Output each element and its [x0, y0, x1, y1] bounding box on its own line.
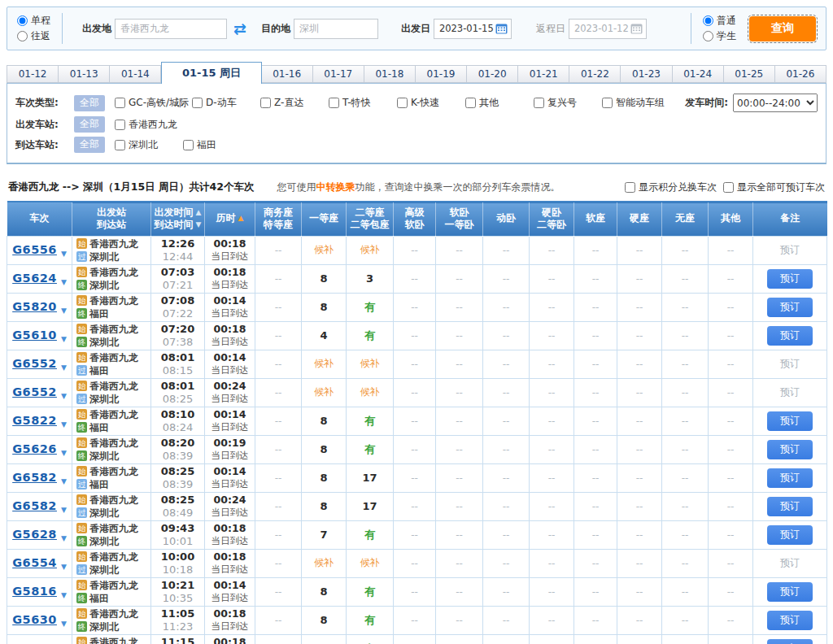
show-all-checkbox[interactable]: 显示全部可预订车次	[723, 181, 825, 194]
reserve-button[interactable]: 预订	[767, 298, 813, 317]
chevron-down-icon[interactable]: ▼	[61, 278, 67, 286]
show-points-checkbox-input[interactable]	[625, 182, 635, 193]
swap-icon[interactable]: ⇄	[233, 21, 246, 37]
reserve-button[interactable]: 预订	[767, 468, 813, 488]
date-tab[interactable]: 01-17	[313, 65, 364, 83]
date-tab[interactable]: 01-24	[673, 65, 724, 83]
date-tab[interactable]: 01-20	[467, 65, 518, 83]
calendar-icon[interactable]	[495, 23, 508, 34]
train-link[interactable]: G6582	[12, 499, 57, 512]
train-type-checkbox[interactable]: GC-高铁/城际	[115, 96, 189, 110]
reserve-button[interactable]: 预订	[767, 326, 813, 346]
train-link[interactable]: G6582	[12, 471, 57, 484]
chevron-down-icon[interactable]: ▼	[61, 307, 67, 315]
query-button[interactable]: 查询	[749, 16, 816, 41]
round-trip-radio-input[interactable]	[17, 31, 28, 41]
to-input[interactable]	[294, 19, 378, 39]
student-radio[interactable]: 学生	[703, 29, 736, 43]
reserve-button[interactable]: 预订	[767, 611, 813, 630]
chevron-down-icon[interactable]: ▼	[61, 591, 67, 599]
depart-station-checkbox-input[interactable]	[115, 120, 125, 130]
show-points-checkbox[interactable]: 显示积分兑换车次	[625, 181, 717, 194]
chevron-down-icon[interactable]: ▼	[61, 363, 67, 372]
date-tab[interactable]: 01-18	[364, 65, 416, 83]
chevron-down-icon[interactable]: ▼	[61, 477, 67, 485]
train-link[interactable]: G5822	[12, 414, 57, 427]
train-link[interactable]: G5628	[12, 528, 57, 541]
train-type-checkbox-input[interactable]	[534, 98, 544, 108]
student-radio-input[interactable]	[703, 31, 713, 41]
date-tab[interactable]: 01-13	[59, 65, 110, 83]
train-link[interactable]: G5624	[12, 272, 57, 285]
arrive-station-checkbox-input[interactable]	[183, 140, 194, 150]
reserve-button[interactable]: 预订	[767, 582, 813, 602]
show-all-checkbox-input[interactable]	[723, 182, 734, 193]
round-trip-radio[interactable]: 往返	[17, 29, 50, 43]
date-tab[interactable]: 01-19	[416, 65, 467, 83]
train-type-checkbox-input[interactable]	[397, 98, 408, 108]
date-tab[interactable]: 01-16	[262, 65, 313, 83]
sort-icon[interactable]: ▲	[193, 208, 201, 216]
chevron-down-icon[interactable]: ▼	[61, 250, 67, 258]
sort-icon[interactable]: ▼	[193, 220, 201, 228]
train-type-all-badge[interactable]: 全部	[74, 95, 105, 111]
reserve-button[interactable]: 预订	[767, 639, 813, 644]
train-type-checkbox[interactable]: T-特快	[329, 96, 394, 110]
chevron-down-icon[interactable]: ▼	[61, 534, 67, 542]
chevron-down-icon[interactable]: ▼	[61, 449, 67, 457]
train-link[interactable]: G6556	[12, 243, 57, 256]
date-tab[interactable]: 01-15 周日	[161, 62, 261, 84]
chevron-down-icon[interactable]: ▼	[61, 563, 67, 571]
date-tab[interactable]: 01-12	[7, 65, 59, 83]
train-type-checkbox-input[interactable]	[329, 98, 339, 108]
reserve-button[interactable]: 预订	[767, 440, 813, 459]
train-link[interactable]: G6552	[12, 385, 57, 398]
train-link[interactable]: G5626	[12, 442, 57, 455]
arrive-station-checkbox-input[interactable]	[115, 140, 125, 150]
train-type-checkbox-input[interactable]	[260, 98, 271, 108]
arrive-station-all-badge[interactable]: 全部	[74, 137, 105, 153]
train-type-checkbox[interactable]: Z-直达	[260, 96, 325, 110]
reserve-button[interactable]: 预订	[767, 411, 813, 431]
date-tab[interactable]: 01-25	[724, 65, 775, 83]
reserve-button[interactable]: 预订	[767, 525, 813, 545]
from-input[interactable]	[115, 19, 227, 39]
normal-radio-input[interactable]	[703, 15, 713, 26]
train-type-checkbox-input[interactable]	[602, 98, 613, 108]
date-tab[interactable]: 01-22	[569, 65, 621, 83]
train-type-checkbox-input[interactable]	[192, 98, 203, 108]
transfer-link[interactable]: 中转换乘	[316, 181, 355, 193]
train-type-checkbox[interactable]: 复兴号	[534, 96, 599, 110]
train-link[interactable]: G6584	[12, 642, 57, 644]
train-link[interactable]: G5816	[12, 585, 57, 598]
date-tab[interactable]: 01-26	[775, 65, 826, 83]
depart-station-checkbox[interactable]: 香港西九龙	[115, 118, 180, 132]
normal-radio[interactable]: 普通	[703, 14, 736, 28]
chevron-down-icon[interactable]: ▼	[61, 506, 67, 514]
chevron-down-icon[interactable]: ▼	[61, 335, 67, 343]
sort-icon[interactable]: ▲	[235, 214, 243, 222]
depart-station-all-badge[interactable]: 全部	[74, 116, 105, 133]
arrive-station-checkbox[interactable]: 福田	[183, 138, 248, 152]
train-link[interactable]: G5610	[12, 329, 57, 342]
one-way-radio[interactable]: 单程	[17, 14, 50, 28]
train-link[interactable]: G6554	[12, 556, 57, 569]
reserve-button[interactable]: 预订	[767, 269, 813, 289]
train-link[interactable]: G6552	[12, 357, 57, 370]
chevron-down-icon[interactable]: ▼	[61, 392, 67, 400]
date-tab[interactable]: 01-23	[621, 65, 672, 83]
depart-date-input[interactable]: 2023-01-15	[434, 19, 512, 39]
one-way-radio-input[interactable]	[17, 15, 28, 26]
chevron-down-icon[interactable]: ▼	[61, 420, 67, 429]
date-tab[interactable]: 01-14	[110, 65, 161, 83]
arrive-station-checkbox[interactable]: 深圳北	[115, 138, 180, 152]
train-type-checkbox-input[interactable]	[115, 98, 125, 108]
train-type-checkbox[interactable]: D-动车	[192, 96, 257, 110]
train-type-checkbox[interactable]: 其他	[465, 96, 530, 110]
train-link[interactable]: G5820	[12, 300, 57, 313]
train-type-checkbox[interactable]: 智能动车组	[602, 96, 667, 110]
train-type-checkbox-input[interactable]	[465, 98, 476, 108]
date-tab[interactable]: 01-21	[518, 65, 569, 83]
train-link[interactable]: G5630	[12, 613, 57, 626]
train-type-checkbox[interactable]: K-快速	[397, 96, 462, 110]
